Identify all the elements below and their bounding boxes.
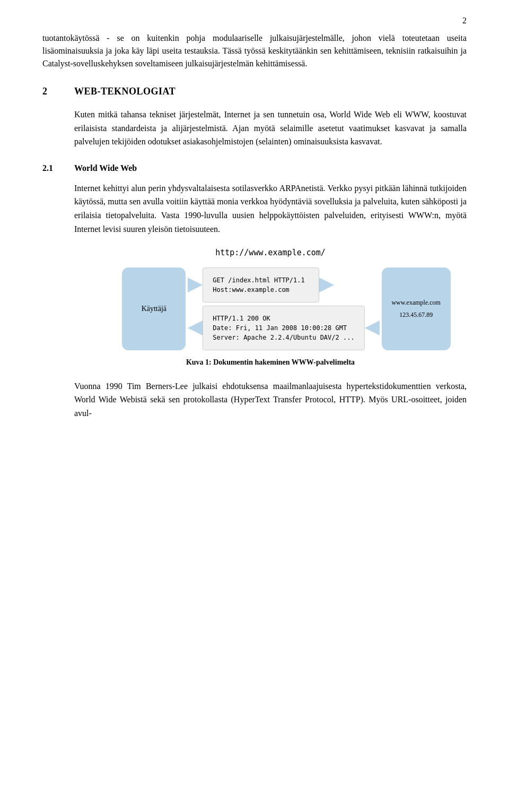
request-box: GET /index.html HTTP/1.1 Host:www.exampl… bbox=[203, 267, 319, 303]
url-display: http://www.example.com/ bbox=[74, 246, 467, 259]
server-label-line2: 123.45.67.89 bbox=[399, 310, 433, 320]
subsection-2-1-number: 2.1 bbox=[42, 163, 74, 173]
figure-caption-text: Kuva 1: Dokumentin hakeminen WWW-palveli… bbox=[186, 358, 355, 366]
client-box: Käyttäjä bbox=[122, 267, 186, 350]
diagram-row: Käyttäjä GET /index.html HTTP/1.1 Host:w… bbox=[106, 267, 467, 350]
subsection-2-1-paragraph-1: Internet kehittyi alun perin yhdysvaltal… bbox=[74, 182, 467, 236]
request-line1: GET /index.html HTTP/1.1 bbox=[213, 277, 304, 284]
request-line2: Host:www.example.com bbox=[213, 286, 289, 293]
url-text: http://www.example.com/ bbox=[215, 248, 326, 257]
section-2-body: Kuten mitkä tahansa tekniset järjestelmä… bbox=[74, 108, 467, 149]
response-arrow-right bbox=[365, 321, 380, 335]
response-arrow-left bbox=[188, 321, 203, 335]
response-line1: HTTP/1.1 200 OK bbox=[213, 315, 270, 322]
subsection-2-1-heading: 2.1 World Wide Web bbox=[42, 163, 467, 173]
response-box: HTTP/1.1 200 OK Date: Fri, 11 Jan 2008 1… bbox=[203, 306, 364, 350]
server-box: www.example.com 123.45.67.89 bbox=[382, 267, 451, 350]
page-number: 2 bbox=[462, 16, 467, 25]
section-2-number: 2 bbox=[42, 86, 74, 97]
diagram-wrapper: Käyttäjä GET /index.html HTTP/1.1 Host:w… bbox=[106, 267, 467, 350]
client-label: Käyttäjä bbox=[142, 303, 166, 315]
section-2-paragraph-1: Kuten mitkä tahansa tekniset järjestelmä… bbox=[74, 108, 467, 149]
server-label-line1: www.example.com bbox=[391, 298, 441, 308]
response-line2: Date: Fri, 11 Jan 2008 10:00:28 GMT bbox=[213, 324, 347, 332]
subsection-2-1-paragraph-2: Vuonna 1990 Tim Berners-Lee julkaisi ehd… bbox=[74, 379, 467, 420]
section-2-heading: 2 WEB-TEKNOLOGIAT bbox=[42, 86, 467, 97]
arrow-middle-column: GET /index.html HTTP/1.1 Host:www.exampl… bbox=[188, 267, 379, 350]
request-arrow-right bbox=[319, 278, 334, 292]
section-2-title: WEB-TEKNOLOGIAT bbox=[74, 86, 175, 97]
response-row: HTTP/1.1 200 OK Date: Fri, 11 Jan 2008 1… bbox=[188, 306, 379, 350]
request-arrow bbox=[188, 278, 203, 292]
page: 2 tuotantokäytössä - se on kuitenkin poh… bbox=[0, 0, 509, 812]
intro-text: tuotantokäytössä - se on kuitenkin pohja… bbox=[42, 33, 467, 68]
response-line3: Server: Apache 2.2.4/Ubuntu DAV/2 ... bbox=[213, 334, 354, 341]
request-row: GET /index.html HTTP/1.1 Host:www.exampl… bbox=[188, 267, 379, 303]
intro-paragraph: tuotantokäytössä - se on kuitenkin pohja… bbox=[42, 32, 467, 70]
figure-caption: Kuva 1: Dokumentin hakeminen WWW-palveli… bbox=[74, 357, 467, 368]
subsection-2-1-body: Internet kehittyi alun perin yhdysvaltal… bbox=[74, 182, 467, 420]
subsection-2-1-title: World Wide Web bbox=[74, 163, 137, 173]
